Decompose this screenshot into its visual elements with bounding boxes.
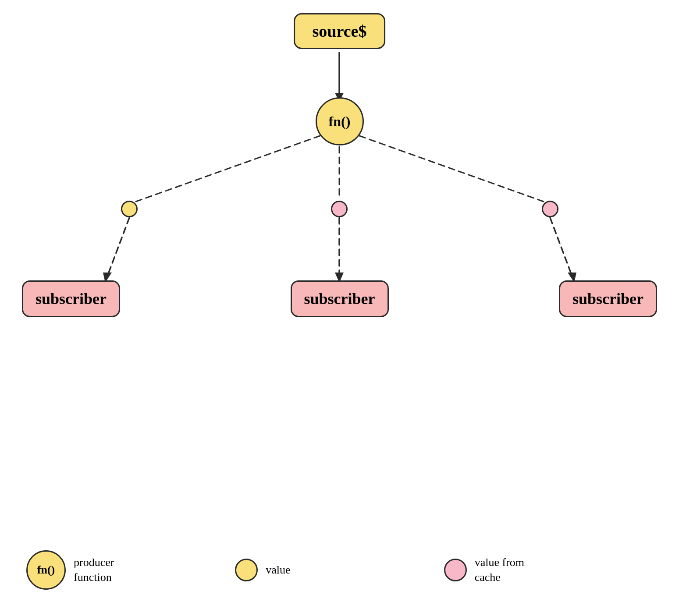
legend-item-cache: value fromcache — [444, 555, 653, 585]
legend-value-label: value — [266, 563, 290, 577]
subscriber-center: subscriber — [291, 280, 389, 317]
fn-circle-main: fn() — [316, 97, 364, 145]
svg-line-9 — [550, 218, 572, 276]
legend-cache-label: value fromcache — [475, 555, 524, 585]
fn-label-main: fn() — [329, 113, 351, 130]
svg-line-4 — [359, 136, 544, 202]
dot-pink-right — [542, 201, 558, 217]
svg-line-5 — [107, 218, 129, 276]
legend-item-value: value — [235, 559, 444, 581]
diagram-container: source$ fn() subscriber subscriber subsc… — [0, 0, 679, 616]
legend: fn() producerfunction value value fromca… — [0, 550, 679, 590]
legend-item-fn: fn() producerfunction — [26, 550, 235, 590]
subscriber-label-right: subscriber — [572, 290, 643, 308]
source-box: source$ — [294, 13, 386, 49]
svg-line-2 — [136, 136, 320, 202]
dot-yellow-left — [121, 201, 138, 217]
legend-dot-yellow — [235, 559, 258, 581]
legend-fn-label: fn() — [37, 563, 55, 577]
subscriber-label-center: subscriber — [304, 290, 375, 308]
legend-dot-pink — [444, 559, 467, 581]
legend-fn-desc: producerfunction — [74, 555, 114, 585]
subscriber-left: subscriber — [22, 280, 120, 317]
subscriber-label-left: subscriber — [36, 290, 107, 308]
legend-fn-circle: fn() — [26, 550, 66, 590]
subscriber-right: subscriber — [559, 280, 657, 317]
dot-pink-center — [331, 201, 348, 217]
source-label: source$ — [313, 22, 367, 40]
